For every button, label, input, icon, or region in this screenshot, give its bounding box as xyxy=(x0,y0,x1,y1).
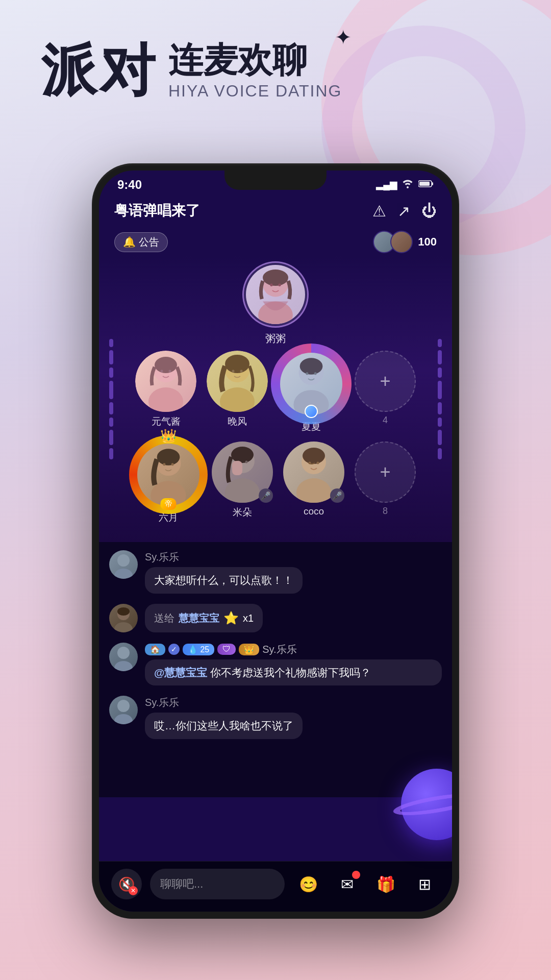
header-action-icons[interactable]: ⚠ ↗ ⏻ xyxy=(372,202,437,220)
planet-decoration xyxy=(391,758,452,850)
battery-icon xyxy=(418,180,434,190)
mic-off-badge-miduo: 🎤 xyxy=(259,488,273,503)
wave-bar xyxy=(109,448,113,459)
svg-point-43 xyxy=(117,607,130,616)
avatar-img-wanfeng xyxy=(207,351,268,412)
header-area: 派对 ✦ 连麦欢聊 HIYA VOICE DATING xyxy=(41,41,510,101)
gift-button[interactable]: 🎁 xyxy=(370,869,401,899)
svg-point-15 xyxy=(225,355,249,373)
chat-avatar-3 xyxy=(109,643,138,671)
crown-icon-top: 👑 xyxy=(160,428,177,444)
svg-rect-1 xyxy=(432,182,433,185)
chat-avatar-2 xyxy=(109,604,138,632)
svg-point-39 xyxy=(117,554,130,567)
chat-bubble-2: 送给 慧慧宝宝 ⭐ x1 xyxy=(145,604,263,632)
seat-yuanqi[interactable]: 元气酱 xyxy=(135,351,196,433)
phone-notch xyxy=(224,170,327,190)
svg-point-5 xyxy=(263,270,288,286)
wave-bar xyxy=(438,430,442,445)
tag-number: 💧 25 xyxy=(183,644,214,655)
mute-button[interactable]: 🔇 ✕ xyxy=(111,869,142,899)
seat-avatar-miduo-wrap: 🎤 xyxy=(212,442,273,503)
chat-placeholder: 聊聊吧... xyxy=(160,876,203,892)
wave-bar xyxy=(438,418,442,427)
tag-crown-gold: 👑 xyxy=(239,644,259,655)
wave-bar xyxy=(438,339,442,347)
viewer-count: 100 xyxy=(418,235,437,249)
seat-name-miduo: 米朵 xyxy=(233,506,252,519)
seat-name-coco: coco xyxy=(304,506,324,517)
seat-avatar-coco-wrap: 🎤 xyxy=(283,442,344,503)
svg-point-32 xyxy=(245,461,248,463)
svg-point-11 xyxy=(161,370,163,373)
power-icon[interactable]: ⏻ xyxy=(421,202,437,219)
header-right: ✦ 连麦欢聊 HIYA VOICE DATING xyxy=(168,41,342,101)
seat-coco[interactable]: 🎤 coco xyxy=(283,442,344,524)
sparkle-icon-1: ✦ xyxy=(335,26,352,49)
wifi-icon xyxy=(402,179,413,191)
sound-waves-right xyxy=(438,339,442,459)
mail-badge xyxy=(352,871,360,879)
seat-add-8[interactable]: + 8 xyxy=(355,442,416,524)
add-seat-8[interactable]: + xyxy=(355,442,416,503)
gift-icon: 🎁 xyxy=(377,875,395,893)
svg-point-46 xyxy=(117,700,130,712)
chat-text-3: 你不考虑送我个礼物感谢下我吗？ xyxy=(210,667,371,678)
chat-content-2: 送给 慧慧宝宝 ⭐ x1 xyxy=(145,604,442,632)
title-english: HIYA VOICE DATING xyxy=(168,82,342,101)
user-tags-3: 🏠 ✓ 💧 25 🛡 👑 Sy.乐乐 xyxy=(145,643,442,656)
chat-content-1: Sy.乐乐 大家想听什么，可以点歌！！ xyxy=(145,550,442,594)
seat-xiaxia[interactable]: 夏夏 xyxy=(278,351,344,433)
grid-button[interactable]: ⊞ xyxy=(409,869,440,899)
svg-point-27 xyxy=(171,463,174,465)
announcement-badge[interactable]: 🔔 公告 xyxy=(114,232,168,252)
chat-username-4: Sy.乐乐 xyxy=(145,696,442,709)
wave-bar xyxy=(109,430,113,445)
tag-verify: ✓ xyxy=(168,644,180,655)
wave-bar xyxy=(438,350,442,364)
seat-liuyue[interactable]: 👑 帝 六月 xyxy=(135,442,202,524)
chat-content-4: Sy.乐乐 哎…你们这些人我啥也不说了 xyxy=(145,696,442,739)
tag-shield: 🛡 xyxy=(217,644,236,655)
host-seat[interactable]: 粥粥 xyxy=(240,261,311,346)
chat-avatar-4 xyxy=(109,696,138,724)
status-icons: ▂▄▆ xyxy=(376,179,434,191)
share-icon[interactable]: ↗ xyxy=(397,202,410,220)
chat-message-1: Sy.乐乐 大家想听什么，可以点歌！！ xyxy=(109,550,442,594)
status-time: 9:40 xyxy=(117,178,142,192)
seat-number-4: 4 xyxy=(383,415,388,426)
stage-area: 粥粥 xyxy=(99,256,452,542)
svg-point-20 xyxy=(300,358,323,375)
svg-point-47 xyxy=(114,714,133,724)
svg-point-17 xyxy=(240,370,243,373)
svg-point-16 xyxy=(232,370,235,373)
svg-rect-2 xyxy=(419,182,430,186)
wave-bar xyxy=(109,402,113,414)
avatar-img-yuanqi xyxy=(135,351,196,412)
viewer-avatars: 100 xyxy=(373,231,437,253)
mail-button[interactable]: ✉ xyxy=(332,869,362,899)
seat-avatar-xiaxia-wrap xyxy=(278,351,344,417)
seat-add-4[interactable]: + 4 xyxy=(355,351,416,433)
add-icon-8: + xyxy=(380,461,390,483)
app-header: 粤语弹唱来了 ⚠ ↗ ⏻ xyxy=(99,196,452,228)
chat-bubble-1: 大家想听什么，可以点歌！！ xyxy=(145,567,303,594)
seat-wanfeng[interactable]: 晚风 xyxy=(207,351,268,433)
chat-person-svg-2 xyxy=(109,604,138,632)
svg-point-14 xyxy=(220,387,255,412)
gift-message: 送给 慧慧宝宝 ⭐ x1 xyxy=(154,609,254,627)
chat-input-button[interactable]: 聊聊吧... xyxy=(150,869,285,899)
wave-bar xyxy=(109,368,113,378)
add-seat-4[interactable]: + xyxy=(355,351,416,412)
host-name: 粥粥 xyxy=(265,332,286,346)
emoji-button[interactable]: 😊 xyxy=(293,869,323,899)
seat-miduo[interactable]: 🎤 米朵 xyxy=(212,442,273,524)
announcement-bar: 🔔 公告 100 xyxy=(99,228,452,256)
avatar-img-liuyue xyxy=(137,444,199,506)
header-main-text: 派对 ✦ 连麦欢聊 HIYA VOICE DATING xyxy=(41,41,510,101)
phone-screen: 9:40 ▂▄▆ xyxy=(99,170,452,912)
warning-icon[interactable]: ⚠ xyxy=(372,202,386,220)
tag-home: 🏠 xyxy=(145,644,165,655)
chat-content-3: 🏠 ✓ 💧 25 🛡 👑 Sy.乐乐 @慧慧宝宝 你不考虑送我个礼物感谢下我吗？ xyxy=(145,643,442,686)
svg-point-25 xyxy=(157,449,180,465)
